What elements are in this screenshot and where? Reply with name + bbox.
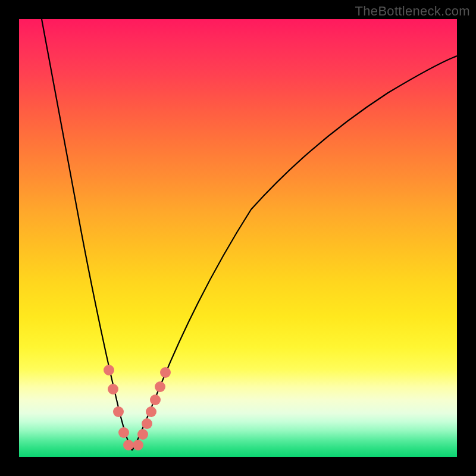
left-curve	[42, 19, 132, 450]
marker	[113, 406, 124, 417]
marker	[160, 367, 171, 378]
chart-frame: TheBottleneck.com	[0, 0, 476, 476]
marker	[146, 406, 156, 417]
marker	[133, 440, 143, 450]
watermark-text: TheBottleneck.com	[355, 4, 470, 19]
markers-left	[104, 365, 134, 450]
marker	[150, 394, 161, 405]
marker	[123, 440, 134, 450]
marker	[142, 418, 152, 429]
curves-svg	[19, 19, 457, 457]
plot-area	[19, 19, 457, 457]
right-curve	[132, 56, 457, 450]
marker	[118, 427, 129, 438]
marker	[137, 429, 148, 440]
marker	[104, 365, 114, 375]
marker	[155, 381, 165, 392]
marker	[108, 384, 118, 394]
